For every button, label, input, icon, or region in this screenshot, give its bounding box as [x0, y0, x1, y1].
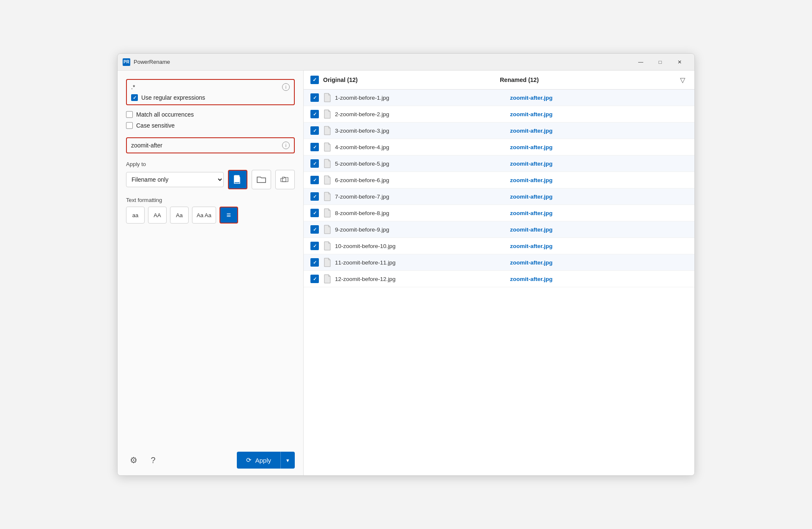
renamed-filename: zoomit-after.jpg: [510, 259, 688, 266]
search-info-icon[interactable]: i: [282, 83, 290, 91]
file-icon: [323, 208, 332, 218]
original-filename: 1-zoomit-before-1.jpg: [335, 95, 510, 101]
file-icon: [323, 224, 332, 235]
row-checkbox[interactable]: [310, 275, 319, 283]
row-checkbox[interactable]: [310, 258, 319, 267]
file-icon: [323, 142, 332, 152]
text-format-row: aa AA Aa Aa Aa ≡: [126, 207, 295, 224]
select-all-checkbox[interactable]: [310, 76, 319, 84]
renamed-filename: zoomit-after.jpg: [510, 177, 688, 183]
title-bar: PR PowerRename — □ ✕: [118, 54, 694, 71]
renamed-filename: zoomit-after.jpg: [510, 95, 688, 101]
camelcase-btn[interactable]: Aa Aa: [192, 207, 216, 224]
case-sensitive-label: Case sensitive: [136, 122, 175, 129]
files-and-folders-button[interactable]: [275, 170, 295, 189]
case-sensitive-row: Case sensitive: [126, 122, 295, 129]
original-filename: 8-zoomit-before-8.jpg: [335, 210, 510, 216]
file-icon: [323, 191, 332, 202]
file-icon: [323, 241, 332, 251]
renamed-filename: zoomit-after.jpg: [510, 144, 688, 150]
close-button[interactable]: ✕: [670, 55, 689, 69]
apply-to-select[interactable]: Filename only Extension only Filename + …: [126, 172, 224, 187]
folders-only-button[interactable]: [252, 170, 271, 189]
original-filename: 9-zoomit-before-9.jpg: [335, 226, 510, 233]
case-sensitive-checkbox[interactable]: [126, 122, 133, 129]
original-filename: 5-zoomit-before-5.jpg: [335, 161, 510, 167]
replace-info-icon[interactable]: i: [282, 142, 290, 149]
match-all-label: Match all occurrences: [136, 111, 194, 118]
match-all-checkbox[interactable]: [126, 111, 133, 118]
titlecase-btn[interactable]: Aa: [170, 207, 189, 224]
apply-dropdown-button[interactable]: ▾: [280, 452, 295, 469]
right-panel: Original (12) Renamed (12) ▽ 1-zoomit-be…: [304, 71, 694, 475]
settings-button[interactable]: ⚙: [126, 453, 141, 468]
original-filename: 12-zoomit-before-12.jpg: [335, 276, 510, 282]
table-row: 1-zoomit-before-1.jpg zoomit-after.jpg: [304, 90, 694, 106]
bottom-bar: ⚙ ? ⟳ Apply ▾: [126, 447, 295, 469]
replace-input[interactable]: [131, 142, 282, 149]
search-input[interactable]: [131, 84, 282, 90]
help-button[interactable]: ?: [145, 453, 161, 468]
original-filename: 2-zoomit-before-2.jpg: [335, 111, 510, 117]
apply-btn-wrapper: ⟳ Apply ▾: [237, 452, 295, 469]
apply-btn-label: Apply: [255, 457, 271, 464]
row-checkbox[interactable]: [310, 126, 319, 135]
search-box-wrapper: i Use regular expressions: [126, 79, 295, 105]
table-row: 7-zoomit-before-7.jpg zoomit-after.jpg: [304, 188, 694, 205]
row-checkbox[interactable]: [310, 143, 319, 151]
col-original-header: Original (12): [323, 76, 500, 83]
renamed-filename: zoomit-after.jpg: [510, 111, 688, 117]
apply-button[interactable]: ⟳ Apply: [237, 452, 280, 469]
app-icon: PR: [123, 58, 130, 66]
renamed-filename: zoomit-after.jpg: [510, 276, 688, 282]
maximize-button[interactable]: □: [650, 55, 670, 69]
use-regex-checkbox[interactable]: [131, 94, 138, 101]
table-row: 9-zoomit-before-9.jpg zoomit-after.jpg: [304, 221, 694, 238]
filter-icon[interactable]: ▽: [678, 75, 688, 85]
file-icon: [323, 109, 332, 119]
row-checkbox[interactable]: [310, 93, 319, 102]
enumerate-btn[interactable]: ≡: [219, 207, 238, 224]
file-icon: [323, 125, 332, 136]
minimize-button[interactable]: —: [631, 55, 650, 69]
uppercase-btn[interactable]: AA: [148, 207, 167, 224]
file-list: 1-zoomit-before-1.jpg zoomit-after.jpg 2…: [304, 90, 694, 475]
file-list-header: Original (12) Renamed (12) ▽: [304, 71, 694, 90]
table-row: 8-zoomit-before-8.jpg zoomit-after.jpg: [304, 205, 694, 221]
table-row: 5-zoomit-before-5.jpg zoomit-after.jpg: [304, 155, 694, 172]
match-all-row: Match all occurrences: [126, 111, 295, 118]
lowercase-btn[interactable]: aa: [126, 207, 145, 224]
files-only-button[interactable]: [228, 170, 247, 189]
file-icon: [323, 257, 332, 267]
main-content: i Use regular expressions Match all occu…: [118, 71, 694, 475]
table-row: 11-zoomit-before-11.jpg zoomit-after.jpg: [304, 254, 694, 271]
row-checkbox[interactable]: [310, 225, 319, 234]
apply-to-row: Filename only Extension only Filename + …: [126, 170, 295, 189]
use-regex-row: Use regular expressions: [131, 94, 290, 101]
file-icon: [323, 175, 332, 185]
original-filename: 3-zoomit-before-3.jpg: [335, 128, 510, 134]
row-checkbox[interactable]: [310, 159, 319, 168]
app-window: PR PowerRename — □ ✕ i Use regular expre…: [117, 53, 695, 476]
row-checkbox[interactable]: [310, 110, 319, 118]
renamed-filename: zoomit-after.jpg: [510, 161, 688, 167]
file-icon: [323, 274, 332, 284]
table-row: 10-zoomit-before-10.jpg zoomit-after.jpg: [304, 238, 694, 254]
row-checkbox[interactable]: [310, 209, 319, 217]
row-checkbox[interactable]: [310, 192, 319, 201]
original-filename: 7-zoomit-before-7.jpg: [335, 194, 510, 200]
search-row: i: [131, 83, 290, 91]
col-renamed-header: Renamed (12): [500, 76, 678, 83]
text-formatting-label: Text formatting: [126, 197, 295, 203]
file-icon: [323, 158, 332, 169]
file-icon: [323, 93, 332, 103]
window-controls: — □ ✕: [631, 55, 689, 69]
row-checkbox[interactable]: [310, 242, 319, 250]
renamed-filename: zoomit-after.jpg: [510, 128, 688, 134]
original-filename: 10-zoomit-before-10.jpg: [335, 243, 510, 249]
original-filename: 11-zoomit-before-11.jpg: [335, 259, 510, 266]
apply-btn-icon: ⟳: [246, 456, 252, 464]
renamed-filename: zoomit-after.jpg: [510, 226, 688, 233]
row-checkbox[interactable]: [310, 176, 319, 184]
table-row: 2-zoomit-before-2.jpg zoomit-after.jpg: [304, 106, 694, 123]
